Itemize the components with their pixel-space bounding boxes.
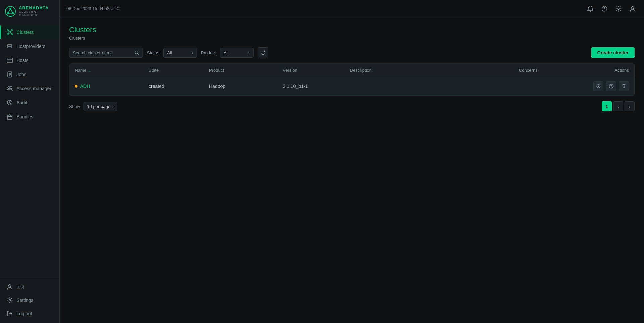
td-actions [581, 77, 634, 95]
svg-point-19 [8, 59, 8, 59]
reset-filters-button[interactable] [258, 47, 268, 58]
svg-line-29 [10, 103, 11, 104]
logo-bottom: CLUSTER MANAGER [19, 10, 54, 17]
product-filter-select[interactable]: All › [220, 48, 254, 58]
sidebar-item-label-bundles: Bundles [16, 114, 34, 119]
logo-icon [5, 5, 16, 17]
th-product: Product [204, 64, 277, 77]
help-icon[interactable] [600, 4, 609, 13]
svg-point-32 [9, 285, 11, 287]
status-filter-select[interactable]: All › [163, 48, 197, 58]
sidebar-item-label-access-manager: Access manager [16, 86, 51, 91]
sidebar-item-label-audit: Audit [16, 100, 27, 105]
svg-line-9 [8, 31, 9, 31]
notifications-icon[interactable] [586, 4, 595, 13]
th-version: Version [277, 64, 344, 77]
settings-icon [6, 297, 13, 304]
search-box [69, 48, 143, 58]
th-concerns: Concerns [514, 64, 581, 77]
sidebar-bottom: test Settings Log out [0, 277, 59, 323]
sidebar-item-hostproviders[interactable]: Hostproviders [0, 40, 59, 53]
status-filter-value: All [167, 50, 172, 55]
table-header: Name ↓ State Product Version Description… [69, 64, 634, 77]
access-manager-icon [6, 85, 13, 92]
sidebar-item-logout[interactable]: Log out [0, 307, 59, 320]
sidebar-nav: Clusters Hostproviders [0, 25, 59, 277]
logo-text: ARENADATA CLUSTER MANAGER [19, 6, 54, 17]
svg-point-15 [11, 45, 12, 46]
pagination-bar: Show 10 per page › 1 ‹ › [69, 101, 635, 111]
svg-rect-30 [7, 116, 12, 119]
svg-line-40 [138, 54, 139, 55]
logout-icon [6, 310, 13, 317]
svg-point-42 [598, 86, 599, 87]
th-state: State [143, 64, 204, 77]
svg-point-38 [632, 6, 634, 9]
sidebar-item-hosts[interactable]: Hosts [0, 54, 59, 67]
prev-page-button[interactable]: ‹ [613, 101, 623, 111]
sidebar-item-bundles[interactable]: Bundles [0, 110, 59, 123]
breadcrumb: Clusters [69, 36, 635, 41]
show-label: Show [69, 104, 80, 109]
svg-point-16 [11, 47, 12, 48]
td-name: ADH [69, 79, 143, 93]
svg-point-20 [9, 59, 9, 59]
svg-point-4 [9, 31, 11, 33]
th-description: Description [344, 64, 514, 77]
per-page-select[interactable]: 10 per page › [84, 102, 118, 111]
gear-icon[interactable] [614, 4, 623, 13]
sidebar-item-settings[interactable]: Settings [0, 293, 59, 307]
status-dot [75, 85, 77, 88]
svg-point-2 [7, 12, 9, 14]
svg-line-10 [11, 31, 11, 31]
svg-point-3 [12, 12, 14, 14]
svg-point-33 [9, 300, 11, 301]
sidebar-item-clusters[interactable]: Clusters [0, 25, 59, 39]
th-name: Name ↓ [69, 64, 143, 77]
search-input[interactable] [73, 50, 132, 55]
svg-point-26 [10, 87, 12, 89]
audit-icon [6, 99, 13, 106]
topbar-datetime: 08 Dec 2023 15:04:58 UTC [66, 6, 119, 11]
svg-point-37 [618, 8, 620, 9]
table-row: ADH created Hadoop 2.1.10_b1-1 [69, 77, 634, 96]
sidebar: ARENADATA CLUSTER MANAGER Clusters [0, 0, 60, 323]
toolbar: Status All › Product All › Create cluste… [69, 47, 635, 58]
td-state: created [143, 79, 204, 93]
svg-point-25 [8, 87, 10, 89]
sidebar-logout-label: Log out [16, 311, 32, 316]
sidebar-item-access-manager[interactable]: Access manager [0, 82, 59, 95]
next-page-button[interactable]: › [625, 101, 635, 111]
sidebar-settings-label: Settings [16, 298, 34, 303]
action-upgrade-button[interactable] [606, 81, 616, 91]
search-icon[interactable] [135, 50, 139, 55]
th-actions: Actions [581, 64, 634, 77]
jobs-icon [6, 71, 13, 78]
bundles-icon [6, 113, 13, 120]
profile-icon[interactable] [628, 4, 637, 13]
user-icon [6, 283, 13, 290]
action-view-button[interactable] [593, 81, 603, 91]
per-page-value: 10 per page [87, 104, 110, 109]
product-filter-label: Product [201, 50, 216, 55]
sidebar-item-user[interactable]: test [0, 280, 59, 293]
status-filter-label: Status [147, 50, 159, 55]
clusters-icon [6, 29, 13, 36]
create-cluster-button[interactable]: Create cluster [591, 47, 635, 58]
sidebar-item-label-hosts: Hosts [16, 58, 29, 63]
status-filter-chevron: › [192, 50, 193, 55]
sidebar-item-label-hostproviders: Hostproviders [16, 44, 45, 49]
page-nav: 1 ‹ › [602, 101, 635, 111]
td-product: Hadoop [204, 79, 277, 93]
action-delete-button[interactable] [619, 81, 629, 91]
sidebar-item-audit[interactable]: Audit [0, 96, 59, 109]
sidebar-user-label: test [16, 284, 24, 289]
product-filter-chevron: › [248, 50, 250, 55]
sidebar-item-label-jobs: Jobs [16, 72, 26, 77]
td-version: 2.1.10_b1-1 [277, 79, 344, 93]
hosts-icon [6, 57, 13, 64]
sidebar-item-jobs[interactable]: Jobs [0, 68, 59, 81]
page-title: Clusters [69, 25, 635, 34]
svg-line-12 [11, 33, 11, 34]
page-number: 1 [602, 101, 612, 111]
